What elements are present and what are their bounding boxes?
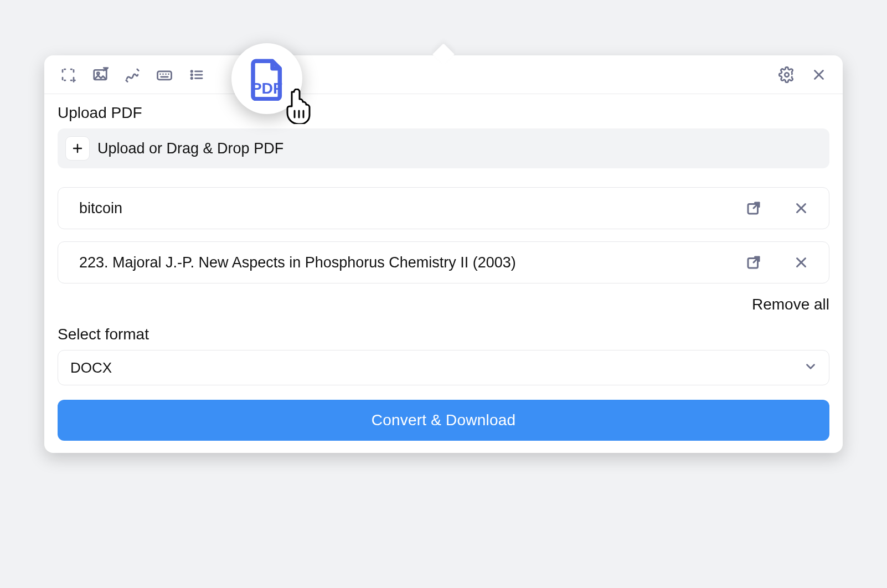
upload-dropzone[interactable]: Upload or Drag & Drop PDF — [58, 128, 829, 168]
remove-all-button[interactable]: Remove all — [752, 296, 829, 313]
svg-point-13 — [785, 73, 789, 77]
svg-point-7 — [191, 70, 193, 72]
image-tool[interactable] — [87, 62, 113, 87]
format-section-title: Select format — [58, 326, 829, 343]
remove-file-button[interactable] — [786, 247, 817, 278]
capture-area-tool[interactable] — [55, 62, 81, 87]
settings-button[interactable] — [774, 62, 800, 87]
open-file-button[interactable] — [738, 247, 769, 278]
svg-point-9 — [191, 78, 193, 79]
svg-point-8 — [191, 74, 193, 75]
file-row: 223. Majoral J.-P. New Aspects in Phosph… — [58, 241, 829, 283]
remove-file-button[interactable] — [786, 193, 817, 224]
list-tool[interactable] — [184, 62, 209, 87]
format-select[interactable]: DOCX — [58, 350, 829, 385]
file-row: bitcoin — [58, 187, 829, 229]
svg-point-5 — [97, 72, 99, 74]
file-name: 223. Majoral J.-P. New Aspects in Phosph… — [79, 254, 721, 271]
upload-dropzone-label: Upload or Drag & Drop PDF — [97, 140, 283, 157]
svg-text:PDF: PDF — [251, 79, 283, 97]
upload-section-title: Upload PDF — [58, 104, 829, 122]
keyboard-tool[interactable] — [152, 62, 177, 87]
main-panel: Upload PDF Upload or Drag & Drop PDF bit… — [44, 55, 843, 453]
chevron-down-icon — [803, 359, 818, 376]
format-selected-value: DOCX — [70, 359, 803, 376]
file-name: bitcoin — [79, 200, 721, 217]
convert-download-button[interactable]: Convert & Download — [58, 400, 829, 441]
toolbar — [44, 55, 843, 94]
svg-rect-6 — [158, 71, 172, 79]
cursor-icon — [282, 89, 311, 124]
plus-icon — [65, 136, 90, 161]
open-file-button[interactable] — [738, 193, 769, 224]
draw-tool[interactable] — [120, 62, 145, 87]
close-button[interactable] — [806, 62, 832, 87]
remove-all-row: Remove all — [58, 296, 829, 313]
